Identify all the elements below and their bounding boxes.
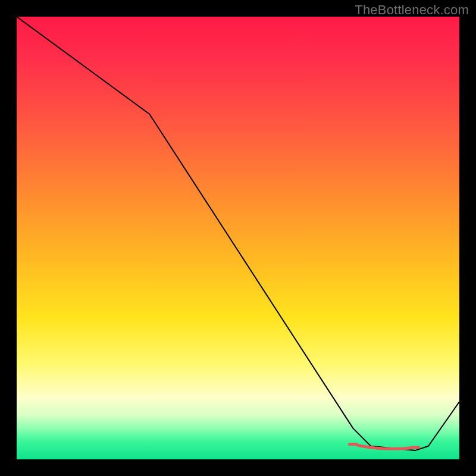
plot-area [17,17,459,459]
optimum-marker [376,448,383,449]
watermark-text: TheBottleneck.com [355,2,469,18]
optimum-marker [358,446,365,447]
marker-series-layer [17,17,459,459]
chart-frame: TheBottleneck.com [0,0,476,476]
optimum-marker [367,447,374,448]
optimum-marker-group [349,444,418,449]
optimum-marker [403,448,410,449]
